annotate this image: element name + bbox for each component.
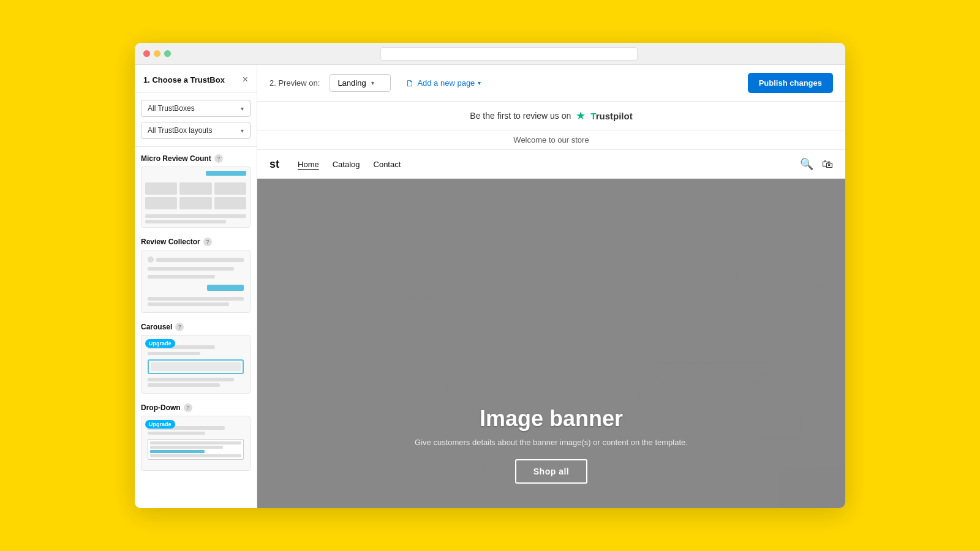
sidebar-header: 1. Choose a TrustBox × [135, 65, 257, 92]
nav-link-contact[interactable]: Contact [374, 160, 401, 169]
trustbox-name: Drop-Down [141, 403, 181, 412]
trustbox-name: Micro Review Count [141, 154, 211, 163]
trustbox-preview-carousel[interactable]: Upgrade [141, 335, 251, 394]
browser-dots [143, 50, 171, 57]
trustbox-item-header: Micro Review Count ? [141, 154, 251, 163]
shop-all-button[interactable]: Shop all [515, 459, 587, 484]
trustpilot-banner: Be the first to review us on ★ Trustpilo… [257, 102, 845, 130]
trustbox-preview-dropdown[interactable]: Upgrade [141, 416, 251, 471]
svg-marker-39 [812, 493, 821, 500]
list-item: Drop-Down ? Upgrade [141, 403, 251, 471]
preview-page-dropdown[interactable]: Landing ▾ [330, 74, 391, 92]
hero-content: Image banner Give customers details abou… [402, 388, 700, 508]
search-icon[interactable]: 🔍 [800, 157, 813, 171]
cart-icon[interactable]: 🛍 [822, 158, 833, 171]
store-preview: Be the first to review us on ★ Trustpilo… [257, 102, 845, 508]
svg-point-40 [518, 316, 533, 332]
svg-line-43 [537, 324, 597, 356]
preview-on-label: 2. Preview on: [270, 78, 320, 88]
svg-marker-12 [813, 275, 826, 288]
add-new-page-button[interactable]: 🗋 Add a new page ▾ [405, 78, 481, 88]
trustbox-item-header: Carousel ? [141, 323, 251, 331]
chevron-down-icon: ▾ [241, 105, 244, 112]
trustbox-item-header: Drop-Down ? [141, 403, 251, 412]
nav-link-home[interactable]: Home [298, 160, 319, 169]
svg-rect-28 [404, 290, 437, 298]
nav-links: Home Catalog Contact [298, 160, 800, 169]
svg-point-29 [781, 423, 831, 473]
help-icon[interactable]: ? [214, 154, 223, 163]
svg-rect-4 [649, 227, 676, 239]
chevron-down-icon: ▾ [371, 80, 374, 86]
publish-changes-button[interactable]: Publish changes [748, 73, 833, 93]
sidebar-filters: All TrustBoxes ▾ All TrustBox layouts ▾ [135, 92, 257, 147]
upgrade-badge: Upgrade [145, 339, 175, 348]
svg-point-3 [688, 262, 715, 288]
browser-dot-red [143, 50, 150, 57]
chevron-down-icon: ▾ [241, 127, 244, 134]
svg-point-1 [666, 239, 737, 310]
trustbox-name: Review Collector [141, 238, 200, 246]
trustpilot-star-icon: ★ [576, 109, 586, 122]
layout-filter-dropdown[interactable]: All TrustBox layouts ▾ [141, 122, 251, 139]
trustbox-preview-micro[interactable] [141, 167, 251, 228]
help-icon[interactable]: ? [175, 323, 184, 331]
list-item: Carousel ? Upgrade [141, 323, 251, 394]
browser-dot-yellow [154, 50, 160, 57]
browser-dot-green [164, 50, 171, 57]
trustbox-item-header: Review Collector ? [141, 238, 251, 246]
svg-rect-0 [636, 226, 767, 324]
sidebar-close-button[interactable]: × [243, 75, 248, 84]
list-item: Micro Review Count ? [141, 154, 251, 228]
hero-title: Image banner [415, 406, 688, 432]
store-navigation: st Home Catalog Contact 🔍 🛍 [257, 150, 845, 179]
browser-address-bar[interactable] [380, 47, 638, 61]
trustbox-name: Carousel [141, 323, 172, 331]
help-icon[interactable]: ? [203, 238, 212, 246]
svg-point-2 [676, 249, 728, 301]
chevron-down-icon: ▾ [478, 80, 481, 86]
store-brand: st [270, 158, 279, 171]
nav-link-catalog[interactable]: Catalog [333, 160, 360, 169]
list-item: Review Collector ? [141, 238, 251, 313]
svg-line-11 [793, 206, 826, 285]
trustpilot-logo: Trustpilot [590, 111, 632, 121]
sidebar-title: 1. Choose a TrustBox [143, 75, 225, 84]
svg-point-41 [537, 316, 553, 332]
trustpilot-review-text: Be the first to review us on [470, 111, 571, 121]
svg-line-38 [793, 409, 816, 500]
hero-banner: Image banner Give customers details abou… [257, 179, 845, 508]
nav-icons: 🔍 🛍 [800, 157, 833, 171]
svg-rect-13 [656, 363, 774, 383]
svg-rect-22 [826, 317, 845, 363]
help-icon[interactable]: ? [184, 403, 192, 412]
browser-window: 1. Choose a TrustBox × All TrustBoxes ▾ … [135, 43, 845, 508]
toolbar: 2. Preview on: Landing ▾ 🗋 Add a new pag… [257, 65, 845, 102]
add-page-icon: 🗋 [405, 78, 414, 88]
trustbox-preview-collector[interactable] [141, 250, 251, 313]
hero-subtitle: Give customers details about the banner … [415, 438, 688, 447]
sidebar: 1. Choose a TrustBox × All TrustBoxes ▾ … [135, 65, 257, 508]
svg-line-42 [533, 324, 597, 370]
app-layout: 1. Choose a TrustBox × All TrustBoxes ▾ … [135, 65, 845, 508]
svg-point-32 [842, 489, 845, 508]
svg-rect-27 [404, 233, 437, 241]
store-welcome-text: Welcome to our store [257, 130, 845, 150]
trustbox-filter-dropdown[interactable]: All TrustBoxes ▾ [141, 100, 251, 117]
main-content: 2. Preview on: Landing ▾ 🗋 Add a new pag… [257, 65, 845, 508]
trustbox-list: Micro Review Count ? [135, 147, 257, 478]
browser-chrome [135, 43, 845, 65]
upgrade-badge: Upgrade [145, 420, 175, 429]
